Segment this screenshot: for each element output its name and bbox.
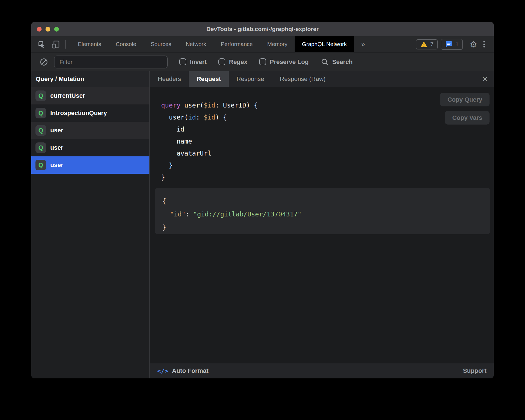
list-item-selected[interactable]: Q user bbox=[31, 156, 149, 174]
tab-request[interactable]: Request bbox=[189, 71, 229, 87]
regex-label: Regex bbox=[229, 58, 247, 66]
filter-bar: Invert Regex Preserve Log Search bbox=[31, 52, 494, 71]
invert-label: Invert bbox=[190, 58, 207, 66]
query-type-badge: Q bbox=[35, 108, 46, 118]
list-item-label: user bbox=[50, 161, 63, 169]
query-list-header: Query / Mutation bbox=[31, 71, 149, 87]
search-icon bbox=[321, 58, 329, 66]
more-tabs-chevron-icon[interactable]: » bbox=[354, 36, 372, 52]
tab-response[interactable]: Response bbox=[229, 71, 272, 87]
code-line: name bbox=[161, 135, 494, 147]
status-bar: </> Auto Format Support bbox=[150, 363, 494, 378]
tab-performance[interactable]: Performance bbox=[214, 36, 260, 52]
warnings-count: 7 bbox=[430, 41, 434, 48]
query-type-badge: Q bbox=[35, 125, 46, 136]
code-line: id bbox=[161, 123, 494, 135]
tab-headers[interactable]: Headers bbox=[150, 71, 189, 87]
tab-elements[interactable]: Elements bbox=[71, 36, 108, 52]
code-line: { bbox=[162, 195, 483, 208]
request-variables-code: { "id": "gid://gitlab/User/13704317"} bbox=[155, 188, 490, 234]
request-content: query user($id: UserID) { user(id: $id) … bbox=[150, 87, 494, 363]
preserve-log-checkbox[interactable] bbox=[259, 58, 266, 65]
title-bar: DevTools - gitlab.com/-/graphql-explorer bbox=[31, 22, 494, 36]
preserve-log-label: Preserve Log bbox=[270, 58, 309, 66]
devtools-window: DevTools - gitlab.com/-/graphql-explorer bbox=[31, 22, 494, 378]
invert-checkbox-group[interactable]: Invert bbox=[179, 58, 207, 66]
issues-badge[interactable]: 1 bbox=[441, 39, 463, 50]
auto-format-button[interactable]: </> Auto Format bbox=[157, 367, 209, 374]
warning-triangle-icon bbox=[420, 41, 428, 48]
list-item[interactable]: Q currentUser bbox=[31, 87, 149, 104]
tab-network[interactable]: Network bbox=[178, 36, 213, 52]
warnings-badge[interactable]: 7 bbox=[416, 39, 438, 49]
toolbar-icon-group bbox=[31, 36, 71, 52]
code-line: } bbox=[161, 171, 494, 183]
toolbar-spacer bbox=[372, 36, 416, 52]
filter-input[interactable] bbox=[54, 56, 168, 68]
copy-vars-button[interactable]: Copy Vars bbox=[445, 111, 490, 125]
block-clear-icon[interactable] bbox=[40, 58, 48, 66]
list-item[interactable]: Q user bbox=[31, 122, 149, 139]
regex-checkbox-group[interactable]: Regex bbox=[218, 58, 247, 66]
message-bubble-icon bbox=[445, 41, 452, 48]
tab-memory[interactable]: Memory bbox=[260, 36, 295, 52]
query-list-panel: Query / Mutation Q currentUser Q Introsp… bbox=[31, 71, 150, 378]
tab-response-raw[interactable]: Response (Raw) bbox=[272, 71, 333, 87]
list-item[interactable]: Q user bbox=[31, 139, 149, 156]
list-item-label: user bbox=[50, 127, 63, 134]
code-line: } bbox=[162, 221, 483, 234]
toolbar-right-divider bbox=[466, 40, 466, 49]
copy-query-button[interactable]: Copy Query bbox=[440, 93, 490, 106]
close-detail-icon[interactable]: × bbox=[482, 71, 488, 87]
devtools-tab-list: Elements Console Sources Network Perform… bbox=[71, 36, 372, 52]
auto-format-label: Auto Format bbox=[172, 367, 209, 374]
regex-checkbox[interactable] bbox=[218, 58, 225, 65]
support-link[interactable]: Support bbox=[463, 367, 486, 374]
query-type-badge: Q bbox=[35, 160, 46, 170]
query-type-badge: Q bbox=[35, 142, 46, 153]
list-item-label: user bbox=[50, 144, 63, 151]
list-item-label: IntrospectionQuery bbox=[50, 109, 107, 117]
code-line: "id": "gid://gitlab/User/13704317" bbox=[162, 208, 483, 221]
devtools-toolbar: Elements Console Sources Network Perform… bbox=[31, 36, 494, 52]
settings-gear-icon[interactable]: ⚙ bbox=[470, 40, 477, 49]
list-item-label: currentUser bbox=[50, 92, 85, 99]
main-area: Query / Mutation Q currentUser Q Introsp… bbox=[31, 71, 494, 378]
window-title: DevTools - gitlab.com/-/graphql-explorer bbox=[31, 26, 494, 32]
list-item[interactable]: Q IntrospectionQuery bbox=[31, 104, 149, 122]
tab-graphql-network[interactable]: GraphQL Network bbox=[295, 36, 354, 52]
detail-panel: Headers Request Response Response (Raw) … bbox=[150, 71, 494, 378]
issues-count: 1 bbox=[455, 41, 459, 48]
toolbar-right-group: 7 1 ⚙ bbox=[416, 36, 494, 52]
device-toolbar-icon[interactable] bbox=[51, 40, 60, 49]
inspect-element-icon[interactable] bbox=[37, 40, 46, 49]
request-query-code: query user($id: UserID) { user(id: $id) … bbox=[161, 99, 494, 183]
toolbar-divider bbox=[65, 40, 66, 49]
code-line: user(id: $id) { bbox=[161, 111, 494, 123]
code-brackets-icon: </> bbox=[157, 367, 168, 374]
tab-console[interactable]: Console bbox=[108, 36, 143, 52]
more-options-icon[interactable] bbox=[481, 39, 488, 49]
code-line: } bbox=[161, 159, 494, 171]
detail-tab-strip: Headers Request Response Response (Raw) … bbox=[150, 71, 494, 87]
code-line: avatarUrl bbox=[161, 147, 494, 159]
tab-sources[interactable]: Sources bbox=[144, 36, 178, 52]
search-label: Search bbox=[332, 58, 352, 66]
search-button[interactable]: Search bbox=[321, 58, 352, 66]
preserve-log-checkbox-group[interactable]: Preserve Log bbox=[259, 58, 309, 66]
query-type-badge: Q bbox=[35, 90, 46, 101]
invert-checkbox[interactable] bbox=[179, 58, 186, 65]
